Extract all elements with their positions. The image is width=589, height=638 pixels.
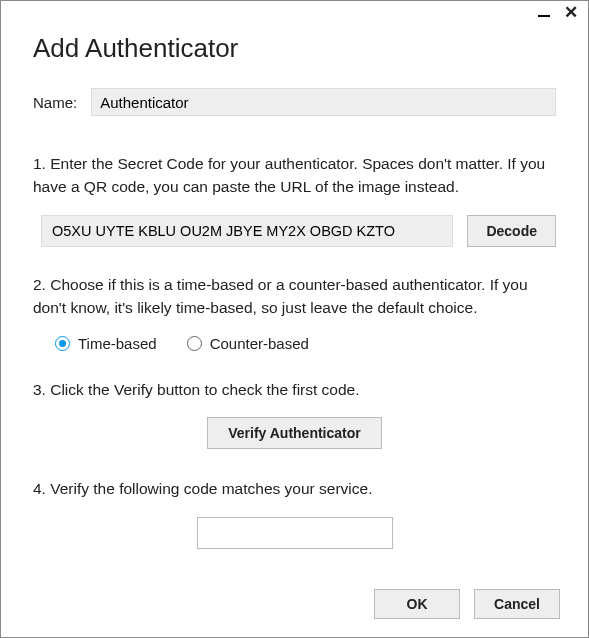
code-input[interactable] bbox=[197, 517, 393, 549]
ok-button[interactable]: OK bbox=[374, 589, 460, 619]
name-input[interactable] bbox=[91, 88, 556, 116]
secret-input[interactable] bbox=[41, 215, 453, 247]
close-icon[interactable]: ✕ bbox=[564, 7, 578, 19]
step-1-text: 1. Enter the Secret Code for your authen… bbox=[33, 152, 556, 199]
cancel-button[interactable]: Cancel bbox=[474, 589, 560, 619]
dialog-content: Add Authenticator Name: 1. Enter the Sec… bbox=[1, 1, 588, 579]
decode-button[interactable]: Decode bbox=[467, 215, 556, 247]
radio-counter-label: Counter-based bbox=[210, 335, 309, 352]
radio-time-label: Time-based bbox=[78, 335, 157, 352]
radio-icon-selected bbox=[55, 336, 70, 351]
radio-icon-unselected bbox=[187, 336, 202, 351]
name-label: Name: bbox=[33, 94, 77, 111]
step-2-text: 2. Choose if this is a time-based or a c… bbox=[33, 273, 556, 320]
verify-button[interactable]: Verify Authenticator bbox=[207, 417, 382, 449]
name-row: Name: bbox=[33, 88, 556, 116]
step-3-text: 3. Click the Verify button to check the … bbox=[33, 378, 556, 401]
radio-row: Time-based Counter-based bbox=[55, 335, 556, 352]
radio-counter-based[interactable]: Counter-based bbox=[187, 335, 309, 352]
titlebar-controls: ✕ bbox=[538, 7, 578, 19]
minimize-icon[interactable] bbox=[538, 7, 550, 19]
code-row bbox=[33, 517, 556, 549]
dialog-title: Add Authenticator bbox=[33, 33, 556, 64]
step-4-text: 4. Verify the following code matches you… bbox=[33, 477, 556, 500]
secret-row: Decode bbox=[41, 215, 556, 247]
radio-time-based[interactable]: Time-based bbox=[55, 335, 157, 352]
dialog-footer: OK Cancel bbox=[374, 589, 560, 619]
verify-row: Verify Authenticator bbox=[33, 417, 556, 449]
